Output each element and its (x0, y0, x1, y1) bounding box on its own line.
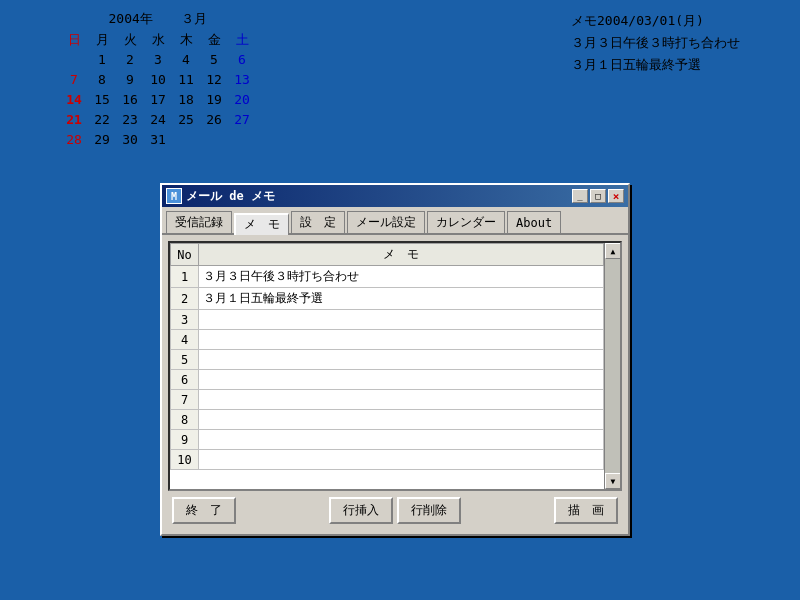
desktop-memo-title: メモ2004/03/01(月) (571, 10, 740, 32)
title-buttons: _ □ × (572, 189, 624, 203)
cal-day: 13 (228, 70, 256, 90)
table-row[interactable]: 4 (171, 330, 604, 350)
tab-received[interactable]: 受信記録 (166, 211, 232, 233)
cal-day: 6 (228, 50, 256, 70)
col-header-memo: メ モ (199, 244, 604, 266)
cal-day: 14 (60, 90, 88, 110)
table-row[interactable]: 7 (171, 390, 604, 410)
cal-day: 4 (172, 50, 200, 70)
cal-day: 2 (116, 50, 144, 70)
scroll-track (605, 259, 620, 473)
maximize-button[interactable]: □ (590, 189, 606, 203)
table-row[interactable]: 6 (171, 370, 604, 390)
cell-no: 10 (171, 450, 199, 470)
desktop-memo: メモ2004/03/01(月) ３月３日午後３時打ち合わせ ３月１日五輪最終予選 (571, 10, 740, 76)
cell-no: 5 (171, 350, 199, 370)
cell-no: 7 (171, 390, 199, 410)
cal-header-thu: 木 (172, 30, 200, 50)
table-row[interactable]: 1３月３日午後３時打ち合わせ (171, 266, 604, 288)
cal-day: 10 (144, 70, 172, 90)
main-window: M メール de メモ _ □ × 受信記録 メ モ 設 定 メール設定 カレン… (160, 183, 630, 536)
cal-day: 25 (172, 110, 200, 130)
cell-memo[interactable]: ３月１日五輪最終予選 (199, 288, 604, 310)
title-bar-left: M メール de メモ (166, 188, 275, 205)
cell-memo[interactable] (199, 450, 604, 470)
tab-settings[interactable]: 設 定 (291, 211, 345, 233)
calendar-month: ３月 (181, 11, 207, 26)
cell-memo[interactable] (199, 370, 604, 390)
cal-day: 16 (116, 90, 144, 110)
title-bar: M メール de メモ _ □ × (162, 185, 628, 207)
cal-day: 8 (88, 70, 116, 90)
memo-table-scroll[interactable]: No メ モ 1３月３日午後３時打ち合わせ2３月１日五輪最終予選34567891… (170, 243, 604, 489)
cell-memo[interactable] (199, 310, 604, 330)
scrollbar-vertical[interactable]: ▲ ▼ (604, 243, 620, 489)
insert-row-button[interactable]: 行挿入 (329, 497, 393, 524)
table-row[interactable]: 5 (171, 350, 604, 370)
terminate-button[interactable]: 終 了 (172, 497, 236, 524)
cal-day: 12 (200, 70, 228, 90)
scroll-up-button[interactable]: ▲ (605, 243, 621, 259)
scroll-down-button[interactable]: ▼ (605, 473, 621, 489)
memo-table: No メ モ 1３月３日午後３時打ち合わせ2３月１日五輪最終予選34567891… (170, 243, 604, 470)
cell-memo[interactable] (199, 390, 604, 410)
tab-mail-settings[interactable]: メール設定 (347, 211, 425, 233)
table-row[interactable]: 10 (171, 450, 604, 470)
content-area: No メ モ 1３月３日午後３時打ち合わせ2３月１日五輪最終予選34567891… (162, 235, 628, 534)
cal-header-wed: 水 (144, 30, 172, 50)
tab-calendar[interactable]: カレンダー (427, 211, 505, 233)
cal-day: 31 (144, 130, 172, 150)
minimize-button[interactable]: _ (572, 189, 588, 203)
cell-no: 4 (171, 330, 199, 350)
cal-day (60, 50, 88, 70)
cal-day: 26 (200, 110, 228, 130)
edit-buttons: 行挿入 行削除 (329, 497, 461, 524)
cell-memo[interactable] (199, 430, 604, 450)
desktop-memo-line2: ３月１日五輪最終予選 (571, 54, 740, 76)
desktop-memo-line1: ３月３日午後３時打ち合わせ (571, 32, 740, 54)
draw-button[interactable]: 描 画 (554, 497, 618, 524)
cell-memo[interactable] (199, 330, 604, 350)
cal-day: 11 (172, 70, 200, 90)
cell-no: 9 (171, 430, 199, 450)
cal-day: 21 (60, 110, 88, 130)
cal-header-fri: 金 (200, 30, 228, 50)
desktop-calendar: 2004年 ３月 日 月 火 水 木 金 土 1 2 3 4 5 6 7 8 9… (60, 10, 256, 150)
memo-table-container: No メ モ 1３月３日午後３時打ち合わせ2３月１日五輪最終予選34567891… (168, 241, 622, 491)
tab-memo[interactable]: メ モ (234, 213, 289, 235)
cal-day: 18 (172, 90, 200, 110)
cal-day: 1 (88, 50, 116, 70)
table-row[interactable]: 8 (171, 410, 604, 430)
table-row[interactable]: 9 (171, 430, 604, 450)
tab-bar: 受信記録 メ モ 設 定 メール設定 カレンダー About (162, 207, 628, 235)
delete-row-button[interactable]: 行削除 (397, 497, 461, 524)
cell-no: 8 (171, 410, 199, 430)
tab-about[interactable]: About (507, 211, 561, 233)
cal-day: 9 (116, 70, 144, 90)
table-row[interactable]: 2３月１日五輪最終予選 (171, 288, 604, 310)
cal-day: 23 (116, 110, 144, 130)
cal-day (172, 130, 200, 150)
cell-memo[interactable]: ３月３日午後３時打ち合わせ (199, 266, 604, 288)
cal-day: 24 (144, 110, 172, 130)
cal-day: 17 (144, 90, 172, 110)
cal-day: 22 (88, 110, 116, 130)
cal-header-sat: 土 (228, 30, 256, 50)
cal-day: 5 (200, 50, 228, 70)
cell-memo[interactable] (199, 410, 604, 430)
cal-day (200, 130, 228, 150)
cell-no: 2 (171, 288, 199, 310)
cal-header-tue: 火 (116, 30, 144, 50)
bottom-bar: 終 了 行挿入 行削除 描 画 (168, 491, 622, 528)
cal-day: 30 (116, 130, 144, 150)
cal-day (228, 130, 256, 150)
cell-no: 3 (171, 310, 199, 330)
table-row[interactable]: 3 (171, 310, 604, 330)
app-icon: M (166, 188, 182, 204)
col-header-no: No (171, 244, 199, 266)
calendar-grid: 日 月 火 水 木 金 土 1 2 3 4 5 6 7 8 9 10 11 12… (60, 30, 256, 150)
close-button[interactable]: × (608, 189, 624, 203)
cell-memo[interactable] (199, 350, 604, 370)
cell-no: 1 (171, 266, 199, 288)
cal-day: 3 (144, 50, 172, 70)
